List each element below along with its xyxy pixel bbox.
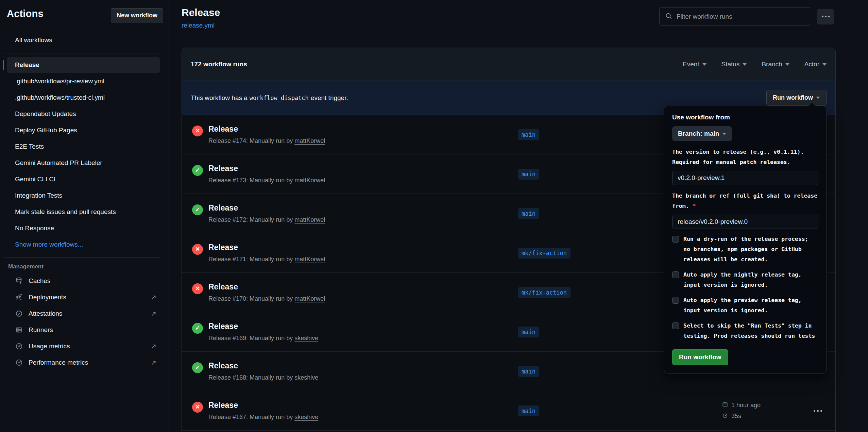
sidebar-item-release[interactable]: Release <box>7 57 160 73</box>
branch-chip[interactable]: main <box>518 405 539 416</box>
run-status-icon <box>192 362 203 373</box>
run-actor-link[interactable]: skeshive <box>294 374 318 381</box>
search-icon <box>665 12 673 21</box>
nightly-tag-checkbox-row[interactable]: Auto apply the nightly release tag, inpu… <box>672 270 818 290</box>
run-actor-link[interactable]: mattKorwel <box>294 177 325 184</box>
run-actor-link[interactable]: mattKorwel <box>294 216 325 223</box>
nightly-tag-checkbox[interactable] <box>672 271 679 278</box>
run-title-link[interactable]: Release <box>208 243 325 252</box>
new-workflow-button[interactable]: New workflow <box>111 8 163 23</box>
run-description: Release #170: Manually run by mattKorwel <box>208 295 325 302</box>
run-status-icon <box>192 283 203 294</box>
sidebar-item-deployments[interactable]: Deployments ↗ <box>7 289 160 305</box>
management-list: Caches Deployments ↗ Attestations ↗ Runn… <box>7 273 160 371</box>
filter-event-dropdown[interactable]: Event <box>683 61 707 68</box>
sidebar-item-usage-metrics[interactable]: Usage metrics ↗ <box>7 338 160 354</box>
branch-chip[interactable]: main <box>518 366 539 377</box>
sidebar-item-label: Deployments <box>29 289 66 305</box>
sidebar-item-label: Caches <box>29 273 50 289</box>
branch-chip[interactable]: main <box>518 169 539 180</box>
run-workflow-submit-button[interactable]: Run workflow <box>672 349 728 365</box>
run-actor-link[interactable]: mattKorwel <box>294 295 325 302</box>
run-status-icon <box>192 402 203 413</box>
preview-tag-checkbox[interactable] <box>672 297 679 304</box>
run-title-link[interactable]: Release <box>208 401 318 410</box>
run-title-link[interactable]: Release <box>208 282 325 292</box>
run-description: Release #171: Manually run by mattKorwel <box>208 256 325 263</box>
sidebar-divider <box>4 257 160 258</box>
branch-chip[interactable]: main <box>518 208 539 219</box>
chevron-down-icon <box>743 63 747 66</box>
sidebar-item-deploy-github-pages[interactable]: Deploy GitHub Pages <box>7 122 160 138</box>
chevron-down-icon <box>822 63 827 66</box>
run-status-icon <box>192 126 203 136</box>
branch-selector-button[interactable]: Branch: main <box>672 126 732 141</box>
sidebar-item-gemini-cli-ci[interactable]: Gemini CLI CI <box>7 171 160 187</box>
run-description: Release #173: Manually run by mattKorwel <box>208 177 325 184</box>
sidebar-item-gemini-pr-labeler[interactable]: Gemini Automated PR Labeler <box>7 155 160 171</box>
run-actor-link[interactable]: mattKorwel <box>294 137 325 144</box>
external-link-icon: ↗ <box>151 338 156 354</box>
sidebar-item-runners[interactable]: Runners <box>7 322 160 338</box>
sidebar-item-mark-stale[interactable]: Mark stale issues and pull requests <box>7 204 160 220</box>
run-workflow-popover: Use workflow from Branch: main The versi… <box>664 106 827 373</box>
run-workflow-dropdown-button[interactable]: Run workflow <box>766 90 827 106</box>
run-description: Release #169: Manually run by skeshive <box>208 335 318 342</box>
dry-run-checkbox[interactable] <box>672 236 679 243</box>
sidebar-item-attestations[interactable]: Attestations ↗ <box>7 305 160 322</box>
ref-input[interactable] <box>672 215 818 229</box>
sidebar-item-e2e-tests[interactable]: E2E Tests <box>7 138 160 155</box>
show-more-workflows-link[interactable]: Show more workflows... <box>7 236 160 253</box>
chevron-down-icon <box>722 133 726 135</box>
required-asterisk: * <box>693 203 696 209</box>
branch-chip[interactable]: mk/fix-action <box>518 287 571 298</box>
sidebar-item-performance-metrics[interactable]: Performance metrics ↗ <box>7 354 160 371</box>
run-actor-link[interactable]: mattKorwel <box>294 256 325 263</box>
filter-actor-dropdown[interactable]: Actor <box>804 61 827 68</box>
sidebar-item-no-response[interactable]: No Response <box>7 220 160 236</box>
skip-tests-checkbox[interactable] <box>672 322 679 329</box>
filter-workflow-runs-input[interactable] <box>677 13 805 20</box>
preview-tag-checkbox-row[interactable]: Auto apply the preview release tag, inpu… <box>672 295 818 316</box>
skip-tests-checkbox-row[interactable]: Select to skip the "Run Tests" step in t… <box>672 321 818 341</box>
version-field-description: The version to release (e.g., v0.1.11). … <box>672 147 818 167</box>
sidebar-item-pr-review[interactable]: .github/workflows/pr-review.yml <box>7 73 160 89</box>
management-section-label: Management <box>0 263 169 270</box>
server-icon <box>15 326 23 334</box>
dry-run-checkbox-row[interactable]: Run a dry-run of the release process; no… <box>672 234 818 265</box>
branch-chip[interactable]: main <box>518 129 539 140</box>
sidebar-item-trusted-ci[interactable]: .github/workflows/trusted-ci.yml <box>7 89 160 106</box>
sidebar-item-integration-tests[interactable]: Integration Tests <box>7 187 160 204</box>
run-title-link[interactable]: Release <box>208 322 318 331</box>
run-actor-link[interactable]: skeshive <box>294 414 318 420</box>
run-title-link[interactable]: Release <box>208 124 325 134</box>
checkbox-label: Auto apply the nightly release tag, inpu… <box>683 270 818 290</box>
run-meta: 1 hour ago 35s <box>722 400 761 422</box>
sidebar-item-label: Runners <box>29 322 53 338</box>
branch-chip[interactable]: main <box>518 327 539 337</box>
next-run-row-partial <box>182 431 835 432</box>
filter-workflow-runs-box[interactable] <box>659 7 811 26</box>
branch-chip[interactable]: mk/fix-action <box>518 248 571 259</box>
sidebar-title: Actions <box>7 8 44 19</box>
filter-status-dropdown[interactable]: Status <box>721 61 747 68</box>
run-title-link[interactable]: Release <box>208 164 325 173</box>
run-actor-link[interactable]: skeshive <box>294 335 318 342</box>
run-status-icon <box>192 165 203 176</box>
sidebar-item-all-workflows[interactable]: All workflows <box>7 32 160 48</box>
chevron-down-icon <box>816 97 820 99</box>
external-link-icon: ↗ <box>151 289 156 305</box>
calendar-icon <box>722 401 728 410</box>
filter-branch-dropdown[interactable]: Branch <box>762 61 789 68</box>
sidebar-item-dependabot-updates[interactable]: Dependabot Updates <box>7 106 160 122</box>
workflow-options-kebab-button[interactable] <box>817 9 834 24</box>
run-description: Release #172: Manually run by mattKorwel <box>208 216 325 223</box>
run-title-link[interactable]: Release <box>208 361 318 370</box>
checkbox-label: Select to skip the "Run Tests" step in t… <box>683 321 818 341</box>
run-title-link[interactable]: Release <box>208 203 325 213</box>
workflow-file-link[interactable]: release.yml <box>182 22 215 29</box>
sidebar-item-caches[interactable]: Caches <box>7 273 160 289</box>
version-input[interactable] <box>672 171 818 185</box>
run-options-kebab-button[interactable] <box>811 407 825 414</box>
database-icon <box>15 277 23 285</box>
